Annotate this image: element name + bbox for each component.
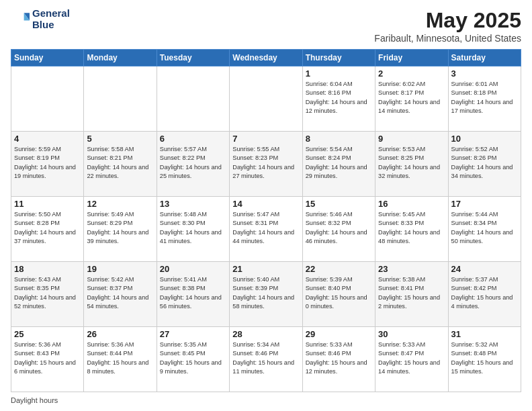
day-info: Sunrise: 5:45 AM Sunset: 8:33 PM Dayligh…: [378, 210, 445, 246]
day-info: Sunrise: 6:04 AM Sunset: 8:16 PM Dayligh…: [306, 80, 372, 116]
day-info: Sunrise: 5:37 AM Sunset: 8:42 PM Dayligh…: [451, 275, 518, 311]
day-number: 10: [451, 134, 518, 144]
day-number: 21: [232, 264, 299, 274]
calendar-cell: 21Sunrise: 5:40 AM Sunset: 8:39 PM Dayli…: [230, 262, 302, 327]
calendar-week-row: 18Sunrise: 5:43 AM Sunset: 8:35 PM Dayli…: [11, 262, 521, 327]
day-info: Sunrise: 5:38 AM Sunset: 8:41 PM Dayligh…: [378, 275, 445, 311]
day-info: Sunrise: 6:02 AM Sunset: 8:17 PM Dayligh…: [378, 80, 445, 116]
title-block: May 2025 Faribault, Minnesota, United St…: [374, 8, 521, 44]
day-number: 20: [160, 264, 226, 274]
calendar-cell: 17Sunrise: 5:44 AM Sunset: 8:34 PM Dayli…: [448, 197, 521, 262]
calendar-cell: 23Sunrise: 5:38 AM Sunset: 8:41 PM Dayli…: [375, 262, 448, 327]
day-info: Sunrise: 5:33 AM Sunset: 8:47 PM Dayligh…: [378, 340, 445, 376]
calendar-cell: 27Sunrise: 5:35 AM Sunset: 8:45 PM Dayli…: [157, 327, 229, 392]
day-number: 31: [451, 329, 518, 339]
day-info: Sunrise: 5:55 AM Sunset: 8:23 PM Dayligh…: [232, 145, 299, 181]
day-number: 15: [306, 199, 372, 209]
day-number: 1: [306, 68, 372, 79]
day-number: 18: [14, 264, 81, 274]
calendar-day-header: Thursday: [302, 50, 375, 66]
day-info: Sunrise: 5:49 AM Sunset: 8:29 PM Dayligh…: [87, 210, 153, 246]
calendar-day-header: Monday: [84, 50, 157, 66]
calendar-cell: 9Sunrise: 5:53 AM Sunset: 8:25 PM Daylig…: [375, 132, 448, 197]
calendar-cell: 14Sunrise: 5:47 AM Sunset: 8:31 PM Dayli…: [230, 197, 302, 262]
day-info: Sunrise: 5:52 AM Sunset: 8:26 PM Dayligh…: [451, 145, 518, 181]
page: General Blue May 2025 Faribault, Minneso…: [0, 0, 532, 411]
calendar-cell: 19Sunrise: 5:42 AM Sunset: 8:37 PM Dayli…: [84, 262, 157, 327]
calendar-cell: 3Sunrise: 6:01 AM Sunset: 8:18 PM Daylig…: [448, 66, 521, 132]
calendar-cell: 20Sunrise: 5:41 AM Sunset: 8:38 PM Dayli…: [157, 262, 229, 327]
calendar-cell: 6Sunrise: 5:57 AM Sunset: 8:22 PM Daylig…: [157, 132, 229, 197]
logo-line1: General: [32, 8, 70, 19]
calendar-cell: 26Sunrise: 5:36 AM Sunset: 8:44 PM Dayli…: [84, 327, 157, 392]
day-number: 4: [14, 134, 81, 144]
calendar-cell: 4Sunrise: 5:59 AM Sunset: 8:19 PM Daylig…: [11, 132, 84, 197]
day-info: Sunrise: 5:53 AM Sunset: 8:25 PM Dayligh…: [378, 145, 445, 181]
calendar-cell: 24Sunrise: 5:37 AM Sunset: 8:42 PM Dayli…: [448, 262, 521, 327]
calendar-cell: 13Sunrise: 5:48 AM Sunset: 8:30 PM Dayli…: [157, 197, 229, 262]
day-number: 26: [87, 329, 153, 339]
calendar-cell: [84, 66, 157, 132]
day-info: Sunrise: 5:36 AM Sunset: 8:44 PM Dayligh…: [87, 340, 153, 376]
day-number: 29: [306, 329, 372, 339]
day-info: Sunrise: 5:35 AM Sunset: 8:45 PM Dayligh…: [160, 340, 226, 376]
day-info: Sunrise: 5:44 AM Sunset: 8:34 PM Dayligh…: [451, 210, 518, 246]
day-info: Sunrise: 5:50 AM Sunset: 8:28 PM Dayligh…: [14, 210, 81, 246]
calendar-cell: 29Sunrise: 5:33 AM Sunset: 8:46 PM Dayli…: [302, 327, 375, 392]
day-info: Sunrise: 5:43 AM Sunset: 8:35 PM Dayligh…: [14, 275, 81, 311]
calendar-cell: 10Sunrise: 5:52 AM Sunset: 8:26 PM Dayli…: [448, 132, 521, 197]
calendar-cell: 5Sunrise: 5:58 AM Sunset: 8:21 PM Daylig…: [84, 132, 157, 197]
day-number: 28: [232, 329, 299, 339]
daylight-label: Daylight hours: [11, 396, 58, 404]
day-info: Sunrise: 5:33 AM Sunset: 8:46 PM Dayligh…: [306, 340, 372, 376]
logo-text: General Blue: [32, 8, 70, 30]
day-info: Sunrise: 5:34 AM Sunset: 8:46 PM Dayligh…: [232, 340, 299, 376]
calendar-cell: 15Sunrise: 5:46 AM Sunset: 8:32 PM Dayli…: [302, 197, 375, 262]
calendar-day-header: Sunday: [11, 50, 84, 66]
calendar-cell: [11, 66, 84, 132]
calendar-week-row: 25Sunrise: 5:36 AM Sunset: 8:43 PM Dayli…: [11, 327, 521, 392]
calendar-cell: [230, 66, 302, 132]
day-info: Sunrise: 5:40 AM Sunset: 8:39 PM Dayligh…: [232, 275, 299, 311]
calendar-week-row: 4Sunrise: 5:59 AM Sunset: 8:19 PM Daylig…: [11, 132, 521, 197]
calendar-cell: 11Sunrise: 5:50 AM Sunset: 8:28 PM Dayli…: [11, 197, 84, 262]
day-number: 9: [378, 134, 445, 144]
subtitle: Faribault, Minnesota, United States: [374, 33, 521, 44]
day-info: Sunrise: 5:36 AM Sunset: 8:43 PM Dayligh…: [14, 340, 81, 376]
calendar-header-row: SundayMondayTuesdayWednesdayThursdayFrid…: [11, 50, 521, 66]
calendar-cell: 25Sunrise: 5:36 AM Sunset: 8:43 PM Dayli…: [11, 327, 84, 392]
day-number: 24: [451, 264, 518, 274]
calendar-cell: 16Sunrise: 5:45 AM Sunset: 8:33 PM Dayli…: [375, 197, 448, 262]
calendar-week-row: 1Sunrise: 6:04 AM Sunset: 8:16 PM Daylig…: [11, 66, 521, 132]
day-info: Sunrise: 5:57 AM Sunset: 8:22 PM Dayligh…: [160, 145, 226, 181]
day-info: Sunrise: 5:39 AM Sunset: 8:40 PM Dayligh…: [306, 275, 372, 311]
calendar-day-header: Saturday: [448, 50, 521, 66]
day-number: 13: [160, 199, 226, 209]
day-number: 8: [306, 134, 372, 144]
day-info: Sunrise: 5:48 AM Sunset: 8:30 PM Dayligh…: [160, 210, 226, 246]
day-info: Sunrise: 5:59 AM Sunset: 8:19 PM Dayligh…: [14, 145, 81, 181]
day-number: 6: [160, 134, 226, 144]
calendar-day-header: Friday: [375, 50, 448, 66]
calendar-cell: 30Sunrise: 5:33 AM Sunset: 8:47 PM Dayli…: [375, 327, 448, 392]
day-info: Sunrise: 5:54 AM Sunset: 8:24 PM Dayligh…: [306, 145, 372, 181]
calendar-cell: 8Sunrise: 5:54 AM Sunset: 8:24 PM Daylig…: [302, 132, 375, 197]
calendar-cell: 22Sunrise: 5:39 AM Sunset: 8:40 PM Dayli…: [302, 262, 375, 327]
calendar-cell: 28Sunrise: 5:34 AM Sunset: 8:46 PM Dayli…: [230, 327, 302, 392]
calendar-week-row: 11Sunrise: 5:50 AM Sunset: 8:28 PM Dayli…: [11, 197, 521, 262]
header: General Blue May 2025 Faribault, Minneso…: [11, 8, 521, 44]
logo-line2: Blue: [32, 19, 70, 31]
calendar-day-header: Wednesday: [230, 50, 302, 66]
calendar-table: SundayMondayTuesdayWednesdayThursdayFrid…: [11, 49, 521, 392]
day-info: Sunrise: 5:42 AM Sunset: 8:37 PM Dayligh…: [87, 275, 153, 311]
logo: General Blue: [11, 8, 70, 30]
day-number: 2: [378, 68, 445, 79]
day-info: Sunrise: 5:41 AM Sunset: 8:38 PM Dayligh…: [160, 275, 226, 311]
calendar-day-header: Tuesday: [157, 50, 229, 66]
day-number: 11: [14, 199, 81, 209]
calendar-cell: 12Sunrise: 5:49 AM Sunset: 8:29 PM Dayli…: [84, 197, 157, 262]
main-title: May 2025: [374, 8, 521, 33]
day-info: Sunrise: 5:46 AM Sunset: 8:32 PM Dayligh…: [306, 210, 372, 246]
day-info: Sunrise: 6:01 AM Sunset: 8:18 PM Dayligh…: [451, 80, 518, 116]
day-info: Sunrise: 5:47 AM Sunset: 8:31 PM Dayligh…: [232, 210, 299, 246]
